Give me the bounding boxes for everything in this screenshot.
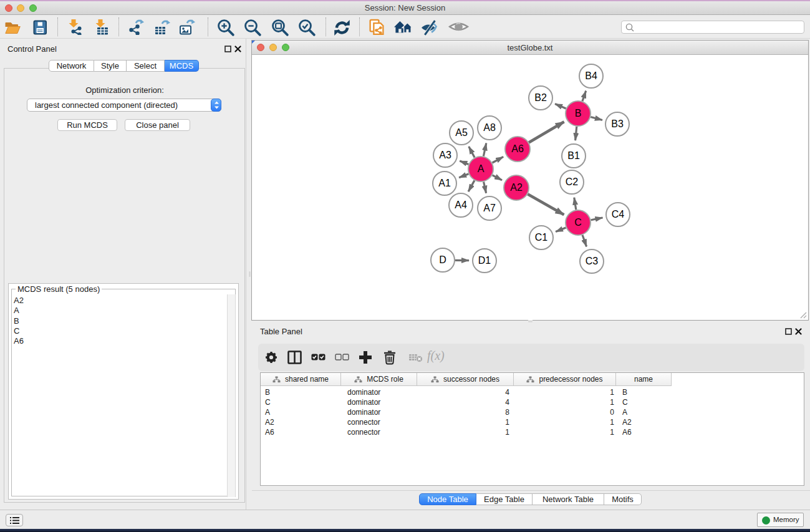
- svg-text:A3: A3: [439, 150, 451, 160]
- svg-text:C4: C4: [612, 209, 625, 220]
- svg-text:C2: C2: [566, 177, 579, 187]
- svg-text:B2: B2: [534, 92, 547, 103]
- svg-text:C1: C1: [535, 232, 548, 243]
- svg-text:A6: A6: [511, 143, 524, 154]
- svg-text:A7: A7: [483, 203, 496, 213]
- svg-text:C3: C3: [586, 256, 599, 266]
- svg-text:D1: D1: [478, 255, 491, 266]
- svg-text:A2: A2: [510, 182, 523, 193]
- svg-text:B1: B1: [567, 150, 580, 161]
- svg-text:B4: B4: [585, 70, 597, 81]
- svg-text:C: C: [574, 217, 582, 228]
- svg-text:B3: B3: [611, 118, 624, 129]
- svg-text:A8: A8: [483, 122, 496, 133]
- svg-text:A: A: [478, 163, 485, 174]
- svg-text:B: B: [575, 108, 582, 118]
- svg-text:A5: A5: [455, 127, 468, 138]
- svg-text:A4: A4: [455, 200, 467, 210]
- svg-text:A1: A1: [438, 178, 451, 188]
- svg-text:D: D: [439, 254, 446, 265]
